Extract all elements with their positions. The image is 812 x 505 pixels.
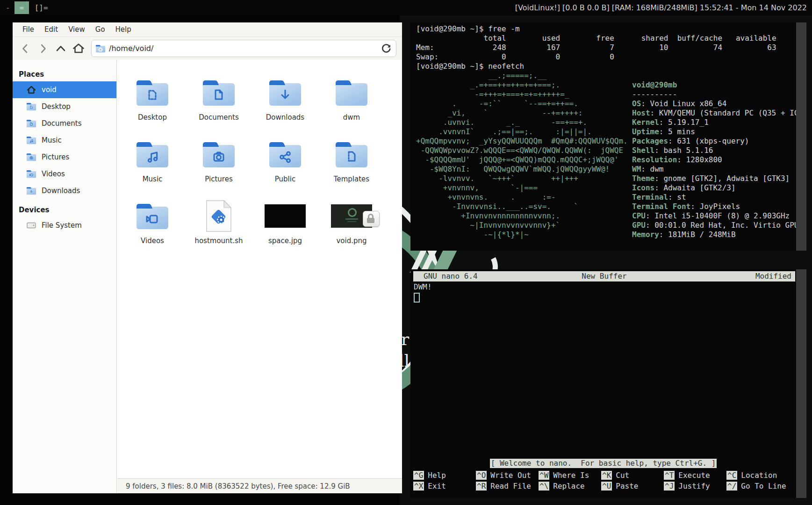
folder-icon — [26, 186, 37, 196]
nano-shortcut-bar: ^GHelp^OWrite Out^WWhere Is^KCut^TExecut… — [413, 470, 795, 491]
neofetch-ascii-art: __.;=====;.__ _.=+==++=++=+=+===;. -=+++… — [416, 71, 628, 239]
address-bar[interactable]: /home/void/ — [91, 40, 396, 57]
sidebar-item-label: Desktop — [42, 102, 71, 111]
menu-go[interactable]: Go — [90, 22, 110, 36]
folder-icon — [135, 135, 170, 174]
file-item-documents[interactable]: Documents — [186, 73, 252, 135]
nano-status-message: [ Welcome to nano. For basic help, type … — [410, 459, 796, 468]
file-item-label: Downloads — [266, 113, 304, 122]
shortcut-key: ^J — [664, 482, 675, 491]
sidebar-item-downloads[interactable]: Downloads — [13, 182, 116, 199]
folder-icon — [268, 73, 302, 112]
menu-file[interactable]: File — [17, 22, 39, 36]
dwm-statusbar: - = []= [VoidLinux!] [0.0 B 0.0 B] [RAM:… — [0, 0, 812, 15]
file-item-videos[interactable]: Videos — [119, 196, 186, 258]
forward-button[interactable] — [34, 40, 52, 57]
neofetch-entry: Uptime: 5 mins — [632, 127, 798, 137]
sidebar-item-label: void — [42, 86, 57, 94]
menu-view[interactable]: View — [63, 22, 90, 36]
terminal-window[interactable]: [void@290mb ~]$ free -m total used free … — [410, 22, 806, 251]
places-header: Places — [13, 68, 116, 81]
sidebar-item-file-system[interactable]: File System — [13, 217, 116, 234]
sidebar-item-videos[interactable]: Videos — [13, 166, 116, 182]
file-item-label: Templates — [334, 175, 369, 183]
nano-shortcut-go-to-line: ^/Go To Line — [726, 481, 789, 491]
shortcut-label: Replace — [553, 482, 584, 491]
folder-icon — [135, 196, 170, 236]
folder-icon — [201, 135, 236, 174]
neofetch-entry: Theme: gnome [GTK2], Adwaita [GTK3] — [632, 174, 798, 183]
shortcut-key: ^/ — [726, 482, 737, 491]
back-button[interactable] — [16, 40, 34, 57]
wallpaper-text-fragment: r — [401, 330, 409, 349]
nano-version-label: GNU nano 6.4 — [424, 271, 478, 281]
terminal-output: [void@290mb ~]$ free -m total used free … — [416, 24, 776, 71]
file-item-dwm[interactable]: dwm — [318, 73, 385, 135]
folder-icon — [26, 135, 37, 145]
sidebar-item-pictures[interactable]: Pictures — [13, 149, 116, 166]
dwm-layout-indicator[interactable]: []= — [35, 3, 48, 12]
file-item-label: Public — [275, 175, 295, 183]
file-item-downloads[interactable]: Downloads — [252, 73, 318, 135]
neofetch-entry: CPU: Intel i5-10400F (8) @ 2.903GHz — [632, 211, 798, 221]
nano-shortcut-read-file: ^RRead File — [476, 481, 539, 491]
sidebar-item-void[interactable]: void — [13, 81, 116, 98]
neofetch-entry: Packages: 631 (xbps-query) — [632, 137, 798, 146]
icon-view[interactable]: DesktopDocumentsDownloadsdwmMusicPicture… — [117, 60, 402, 478]
shortcut-label: Location — [741, 471, 777, 480]
file-item-label: Videos — [141, 237, 164, 245]
file-item-space-jpg[interactable]: space.jpg — [252, 196, 318, 258]
file-item-hostmount-sh[interactable]: hostmount.sh — [186, 196, 252, 258]
drive-icon — [26, 220, 37, 231]
folder-icon — [334, 135, 369, 174]
home-button[interactable] — [70, 40, 87, 57]
address-text[interactable]: /home/void/ — [109, 44, 380, 53]
sidebar-item-music[interactable]: Music — [13, 132, 116, 149]
up-button[interactable] — [52, 40, 70, 57]
shortcut-key: ^C — [726, 471, 737, 480]
dwm-status-text: [VoidLinux!] [0.0 B 0.0 B] [RAM: 168MiB/… — [515, 3, 807, 12]
fm-statusbar: 9 folders, 3 files: 8.0 MiB (8363522 byt… — [117, 478, 402, 493]
neofetch-title: void@290mb — [632, 80, 798, 90]
nano-buffer-label: New Buffer — [582, 271, 626, 281]
neofetch-entry: Kernel: 5.19.17_1 — [632, 118, 798, 127]
nano-scrollbar[interactable] — [796, 269, 806, 498]
menu-help[interactable]: Help — [110, 22, 137, 36]
nano-shortcut-cut: ^KCut — [601, 470, 664, 481]
desktop: - = []= [VoidLinux!] [0.0 B 0.0 B] [RAM:… — [0, 0, 812, 505]
terminal-scrollbar[interactable] — [796, 22, 806, 251]
file-item-pictures[interactable]: Pictures — [186, 135, 252, 196]
nano-edit-area[interactable]: DWM! — [414, 282, 432, 303]
nano-shortcut-where-is: ^WWhere Is — [539, 470, 601, 481]
shortcut-key: ^X — [413, 482, 424, 491]
neofetch-entry: Resolution: 1280x800 — [632, 155, 798, 165]
file-item-label: Desktop — [138, 113, 167, 122]
nano-shortcut-write-out: ^OWrite Out — [476, 470, 539, 481]
file-item-templates[interactable]: Templates — [318, 135, 385, 196]
file-item-public[interactable]: Public — [252, 135, 318, 196]
dwm-active-tag[interactable]: = — [14, 1, 29, 14]
sidebar-item-label: Videos — [42, 170, 65, 178]
nano-window[interactable]: GNU nano 6.4 New Buffer Modified DWM! [ … — [410, 269, 806, 498]
shortcut-label: Paste — [616, 482, 638, 491]
fm-content: Places voidDesktopDocumentsMusicPictures… — [13, 60, 402, 493]
menu-edit[interactable]: Edit — [39, 22, 63, 36]
refresh-icon[interactable] — [380, 43, 392, 55]
shortcut-label: Write Out — [490, 471, 531, 480]
shortcut-label: Help — [428, 471, 446, 480]
file-item-music[interactable]: Music — [119, 135, 186, 196]
file-item-label: void.png — [336, 237, 366, 245]
nano-shortcut-paste: ^UPaste — [601, 481, 664, 491]
folder-icon — [26, 101, 37, 112]
file-manager-window: FileEditViewGoHelp — [13, 22, 402, 493]
sidebar-item-desktop[interactable]: Desktop — [13, 98, 116, 115]
text-cursor — [414, 293, 420, 303]
shortcut-key: ^K — [601, 471, 612, 480]
file-item-label: Documents — [199, 113, 239, 122]
shortcut-label: Exit — [428, 482, 446, 491]
shortcut-key: ^W — [539, 471, 549, 480]
file-item-desktop[interactable]: Desktop — [119, 73, 186, 135]
file-item-void-png[interactable]: void.png — [318, 196, 385, 258]
lock-emblem — [363, 211, 380, 227]
sidebar-item-documents[interactable]: Documents — [13, 115, 116, 132]
